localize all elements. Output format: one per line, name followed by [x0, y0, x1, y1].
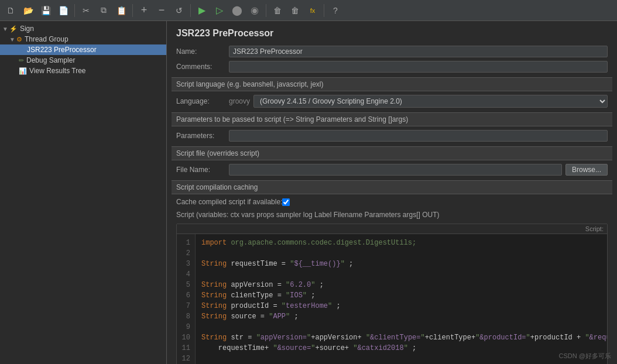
tree-label-debug: Debug Sampler [26, 56, 75, 64]
file-name-input[interactable] [229, 164, 562, 176]
parameters-row: Parameters: [176, 130, 608, 142]
sep-4 [266, 4, 266, 17]
paste-button[interactable]: 📋 [113, 2, 129, 19]
tree-item-debug-sampler[interactable]: ✏ Debug Sampler [0, 55, 166, 66]
cache-section: Script compilation caching [172, 180, 612, 194]
tree-label-results: View Results Tree [29, 67, 86, 75]
tree-label-jsr223: JSR223 PreProcessor [27, 46, 97, 54]
file-name-row: File Name: Browse... [176, 164, 608, 176]
toggle-thread-group: ▼ [9, 36, 15, 43]
language-select[interactable]: (Groovy 2.4.15 / Groovy Scripting Engine… [253, 95, 608, 108]
open-button[interactable]: 📂 [20, 2, 36, 19]
comments-row: Comments: [176, 61, 608, 73]
params-section: Parameters to be passed to script (=> St… [172, 112, 612, 126]
clear-all-button[interactable]: 🗑 [287, 2, 303, 19]
parameters-input[interactable] [229, 130, 608, 142]
line-numbers: 123456789101112131415161718 [177, 234, 196, 364]
save-all-button[interactable]: 📄 [55, 2, 71, 19]
tree-item-jsr223[interactable]: ⚙ JSR223 PreProcessor [0, 44, 166, 55]
file-name-label: File Name: [176, 166, 229, 174]
script-header-label: Script: [585, 225, 604, 232]
tree-item-view-results-tree[interactable]: 📊 View Results Tree [0, 66, 166, 76]
tree-item-thread-group[interactable]: ▼ ⚙ Thread Group [0, 34, 166, 44]
thread-group-icon: ⚙ [16, 36, 22, 43]
comments-label: Comments: [176, 63, 229, 71]
start-no-pause-button[interactable]: ▷ [211, 2, 228, 19]
toggle-sign: ▼ [2, 26, 8, 32]
name-input[interactable] [229, 46, 608, 57]
shutdown-button[interactable]: ◉ [246, 2, 263, 19]
left-panel: ▼ ⚡ Sign ▼ ⚙ Thread Group ⚙ JSR223 PrePr… [0, 21, 167, 364]
language-label: Language: [176, 97, 229, 105]
script-lang-section: Script language (e.g. beanshell, javascr… [172, 77, 612, 91]
browse-button[interactable]: Browse... [565, 164, 608, 176]
tree-label-thread-group: Thread Group [25, 35, 68, 43]
add-button[interactable]: + [136, 2, 152, 19]
comments-input[interactable] [229, 61, 608, 73]
cache-label: Cache compiled script if available: [176, 198, 282, 206]
script-section-label: Script (variables: ctx vars props sample… [176, 211, 608, 219]
help-button[interactable]: ? [327, 2, 344, 19]
toolbar: 🗋 📂 💾 📄 ✂ ⧉ 📋 + − ↺ ▶ ▷ ⬤ ◉ 🗑 🗑 fx ? [0, 0, 617, 21]
copy-button[interactable]: ⧉ [95, 2, 112, 19]
script-file-section: Script file (overrides script) [172, 146, 612, 160]
script-editor: Script: 123456789101112131415161718 impo… [176, 224, 608, 364]
remove-button[interactable]: − [153, 2, 170, 19]
reset-button[interactable]: ↺ [171, 2, 187, 19]
jsr223-icon: ⚙ [19, 46, 25, 54]
cache-checkbox[interactable] [282, 198, 290, 206]
sep-2 [132, 4, 133, 17]
tree-item-sign[interactable]: ▼ ⚡ Sign [0, 23, 166, 34]
cut-button[interactable]: ✂ [78, 2, 94, 19]
main-layout: ▼ ⚡ Sign ▼ ⚙ Thread Group ⚙ JSR223 PrePr… [0, 21, 617, 364]
code-area[interactable]: import org.apache.commons.codec.digest.D… [196, 234, 607, 364]
script-body[interactable]: 123456789101112131415161718 import org.a… [177, 234, 607, 364]
function-helper-button[interactable]: fx [304, 2, 321, 19]
name-row: Name: [176, 46, 608, 57]
clear-button[interactable]: 🗑 [269, 2, 286, 19]
script-header: Script: [177, 224, 607, 234]
sign-icon: ⚡ [9, 25, 18, 33]
watermark: CSDN @好多可乐 [559, 352, 611, 360]
name-label: Name: [176, 47, 229, 56]
sep-5 [324, 4, 324, 17]
parameters-label: Parameters: [176, 132, 229, 140]
results-icon: 📊 [19, 67, 27, 75]
right-panel: JSR223 PreProcessor Name: Comments: Scri… [167, 21, 617, 364]
cache-row: Cache compiled script if available: [176, 198, 608, 206]
sep-3 [190, 4, 191, 17]
sep-1 [74, 4, 75, 17]
save-button[interactable]: 💾 [37, 2, 54, 19]
debug-icon: ✏ [19, 57, 24, 64]
start-button[interactable]: ▶ [194, 2, 210, 19]
language-row: Language: groovy (Groovy 2.4.15 / Groovy… [176, 95, 608, 108]
tree-label-sign: Sign [20, 25, 34, 33]
language-short: groovy [229, 97, 250, 105]
new-button[interactable]: 🗋 [2, 2, 19, 19]
stop-button[interactable]: ⬤ [229, 2, 245, 19]
panel-title: JSR223 PreProcessor [176, 28, 608, 39]
